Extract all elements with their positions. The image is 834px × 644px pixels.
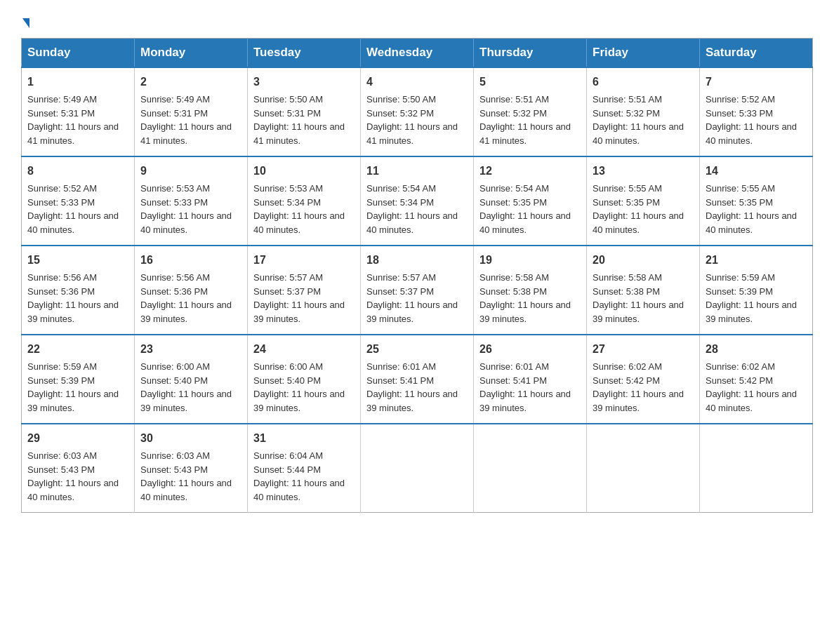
calendar-day-cell xyxy=(474,424,587,513)
calendar-week-row: 8 Sunrise: 5:52 AMSunset: 5:33 PMDayligh… xyxy=(22,156,813,246)
calendar-day-cell: 8 Sunrise: 5:52 AMSunset: 5:33 PMDayligh… xyxy=(22,156,135,246)
day-info: Sunrise: 5:54 AMSunset: 5:35 PMDaylight:… xyxy=(479,183,571,235)
day-info: Sunrise: 5:55 AMSunset: 5:35 PMDaylight:… xyxy=(706,183,797,235)
calendar-day-cell: 27 Sunrise: 6:02 AMSunset: 5:42 PMDaylig… xyxy=(587,335,700,424)
day-number: 21 xyxy=(706,252,807,269)
day-info: Sunrise: 5:51 AMSunset: 5:32 PMDaylight:… xyxy=(479,94,571,146)
day-info: Sunrise: 5:57 AMSunset: 5:37 PMDaylight:… xyxy=(253,272,345,324)
calendar-day-cell: 22 Sunrise: 5:59 AMSunset: 5:39 PMDaylig… xyxy=(22,335,135,424)
day-header-tuesday: Tuesday xyxy=(248,39,361,68)
calendar-header: SundayMondayTuesdayWednesdayThursdayFrid… xyxy=(22,39,813,68)
day-number: 18 xyxy=(366,252,468,269)
calendar-day-cell: 5 Sunrise: 5:51 AMSunset: 5:32 PMDayligh… xyxy=(474,67,587,156)
day-info: Sunrise: 5:59 AMSunset: 5:39 PMDaylight:… xyxy=(706,272,797,324)
calendar-week-row: 15 Sunrise: 5:56 AMSunset: 5:36 PMDaylig… xyxy=(22,246,813,335)
calendar-day-cell: 24 Sunrise: 6:00 AMSunset: 5:40 PMDaylig… xyxy=(248,335,361,424)
day-info: Sunrise: 6:02 AMSunset: 5:42 PMDaylight:… xyxy=(706,361,797,413)
day-info: Sunrise: 6:02 AMSunset: 5:42 PMDaylight:… xyxy=(593,361,684,413)
day-number: 12 xyxy=(479,163,581,180)
day-number: 23 xyxy=(140,341,241,358)
day-info: Sunrise: 6:00 AMSunset: 5:40 PMDaylight:… xyxy=(253,361,345,413)
day-number: 15 xyxy=(27,252,128,269)
calendar-day-cell: 1 Sunrise: 5:49 AMSunset: 5:31 PMDayligh… xyxy=(22,67,135,156)
day-number: 19 xyxy=(479,252,581,269)
day-info: Sunrise: 6:03 AMSunset: 5:43 PMDaylight:… xyxy=(27,450,119,502)
day-number: 30 xyxy=(140,430,241,447)
day-info: Sunrise: 6:03 AMSunset: 5:43 PMDaylight:… xyxy=(140,450,232,502)
day-header-saturday: Saturday xyxy=(700,39,813,68)
calendar-day-cell: 15 Sunrise: 5:56 AMSunset: 5:36 PMDaylig… xyxy=(22,246,135,335)
day-info: Sunrise: 5:53 AMSunset: 5:33 PMDaylight:… xyxy=(140,183,232,235)
day-number: 31 xyxy=(253,430,355,447)
calendar-day-cell xyxy=(700,424,813,513)
day-header-monday: Monday xyxy=(135,39,248,68)
calendar-day-cell: 29 Sunrise: 6:03 AMSunset: 5:43 PMDaylig… xyxy=(22,424,135,513)
day-info: Sunrise: 6:01 AMSunset: 5:41 PMDaylight:… xyxy=(479,361,571,413)
day-info: Sunrise: 5:58 AMSunset: 5:38 PMDaylight:… xyxy=(593,272,684,324)
day-info: Sunrise: 5:56 AMSunset: 5:36 PMDaylight:… xyxy=(27,272,119,324)
calendar-week-row: 1 Sunrise: 5:49 AMSunset: 5:31 PMDayligh… xyxy=(22,67,813,156)
day-number: 20 xyxy=(593,252,694,269)
calendar-day-cell: 31 Sunrise: 6:04 AMSunset: 5:44 PMDaylig… xyxy=(248,424,361,513)
calendar-day-cell xyxy=(361,424,474,513)
calendar-body: 1 Sunrise: 5:49 AMSunset: 5:31 PMDayligh… xyxy=(22,67,813,513)
day-info: Sunrise: 6:01 AMSunset: 5:41 PMDaylight:… xyxy=(366,361,458,413)
calendar-day-cell: 28 Sunrise: 6:02 AMSunset: 5:42 PMDaylig… xyxy=(700,335,813,424)
calendar-week-row: 22 Sunrise: 5:59 AMSunset: 5:39 PMDaylig… xyxy=(22,335,813,424)
day-info: Sunrise: 5:58 AMSunset: 5:38 PMDaylight:… xyxy=(479,272,571,324)
day-number: 13 xyxy=(593,163,694,180)
day-info: Sunrise: 5:57 AMSunset: 5:37 PMDaylight:… xyxy=(366,272,458,324)
day-info: Sunrise: 5:55 AMSunset: 5:35 PMDaylight:… xyxy=(593,183,684,235)
calendar-day-cell: 16 Sunrise: 5:56 AMSunset: 5:36 PMDaylig… xyxy=(135,246,248,335)
day-number: 8 xyxy=(27,163,128,180)
day-number: 16 xyxy=(140,252,241,269)
day-number: 17 xyxy=(253,252,355,269)
page-header xyxy=(21,14,813,31)
calendar-day-cell: 18 Sunrise: 5:57 AMSunset: 5:37 PMDaylig… xyxy=(361,246,474,335)
calendar-day-cell: 25 Sunrise: 6:01 AMSunset: 5:41 PMDaylig… xyxy=(361,335,474,424)
calendar-day-cell: 4 Sunrise: 5:50 AMSunset: 5:32 PMDayligh… xyxy=(361,67,474,156)
calendar-day-cell: 13 Sunrise: 5:55 AMSunset: 5:35 PMDaylig… xyxy=(587,156,700,246)
calendar-day-cell: 19 Sunrise: 5:58 AMSunset: 5:38 PMDaylig… xyxy=(474,246,587,335)
calendar-day-cell: 10 Sunrise: 5:53 AMSunset: 5:34 PMDaylig… xyxy=(248,156,361,246)
day-number: 6 xyxy=(593,74,694,90)
calendar-day-cell: 30 Sunrise: 6:03 AMSunset: 5:43 PMDaylig… xyxy=(135,424,248,513)
day-number: 26 xyxy=(479,341,581,358)
calendar-day-cell: 6 Sunrise: 5:51 AMSunset: 5:32 PMDayligh… xyxy=(587,67,700,156)
calendar-day-cell: 7 Sunrise: 5:52 AMSunset: 5:33 PMDayligh… xyxy=(700,67,813,156)
day-number: 28 xyxy=(706,341,807,358)
day-info: Sunrise: 5:50 AMSunset: 5:31 PMDaylight:… xyxy=(253,94,345,146)
day-info: Sunrise: 5:56 AMSunset: 5:36 PMDaylight:… xyxy=(140,272,232,324)
day-number: 1 xyxy=(27,74,128,90)
calendar-day-cell: 2 Sunrise: 5:49 AMSunset: 5:31 PMDayligh… xyxy=(135,67,248,156)
day-info: Sunrise: 5:59 AMSunset: 5:39 PMDaylight:… xyxy=(27,361,119,413)
day-info: Sunrise: 5:53 AMSunset: 5:34 PMDaylight:… xyxy=(253,183,345,235)
day-header-thursday: Thursday xyxy=(474,39,587,68)
day-number: 5 xyxy=(479,74,581,90)
day-info: Sunrise: 5:49 AMSunset: 5:31 PMDaylight:… xyxy=(140,94,232,146)
calendar-day-cell: 26 Sunrise: 6:01 AMSunset: 5:41 PMDaylig… xyxy=(474,335,587,424)
day-header-wednesday: Wednesday xyxy=(361,39,474,68)
calendar-day-cell: 20 Sunrise: 5:58 AMSunset: 5:38 PMDaylig… xyxy=(587,246,700,335)
day-number: 10 xyxy=(253,163,355,180)
day-number: 3 xyxy=(253,74,355,90)
day-number: 11 xyxy=(366,163,468,180)
calendar-day-cell: 3 Sunrise: 5:50 AMSunset: 5:31 PMDayligh… xyxy=(248,67,361,156)
day-number: 25 xyxy=(366,341,468,358)
calendar-day-cell: 14 Sunrise: 5:55 AMSunset: 5:35 PMDaylig… xyxy=(700,156,813,246)
day-number: 29 xyxy=(27,430,128,447)
day-number: 9 xyxy=(140,163,241,180)
day-info: Sunrise: 5:52 AMSunset: 5:33 PMDaylight:… xyxy=(706,94,797,146)
calendar-day-cell: 23 Sunrise: 6:00 AMSunset: 5:40 PMDaylig… xyxy=(135,335,248,424)
day-info: Sunrise: 5:51 AMSunset: 5:32 PMDaylight:… xyxy=(593,94,684,146)
day-info: Sunrise: 5:50 AMSunset: 5:32 PMDaylight:… xyxy=(366,94,458,146)
day-info: Sunrise: 6:00 AMSunset: 5:40 PMDaylight:… xyxy=(140,361,232,413)
days-of-week-row: SundayMondayTuesdayWednesdayThursdayFrid… xyxy=(22,39,813,68)
day-info: Sunrise: 6:04 AMSunset: 5:44 PMDaylight:… xyxy=(253,450,345,502)
calendar-day-cell: 12 Sunrise: 5:54 AMSunset: 5:35 PMDaylig… xyxy=(474,156,587,246)
calendar-day-cell: 21 Sunrise: 5:59 AMSunset: 5:39 PMDaylig… xyxy=(700,246,813,335)
calendar-table: SundayMondayTuesdayWednesdayThursdayFrid… xyxy=(21,38,813,513)
day-info: Sunrise: 5:54 AMSunset: 5:34 PMDaylight:… xyxy=(366,183,458,235)
calendar-day-cell: 11 Sunrise: 5:54 AMSunset: 5:34 PMDaylig… xyxy=(361,156,474,246)
day-number: 14 xyxy=(706,163,807,180)
